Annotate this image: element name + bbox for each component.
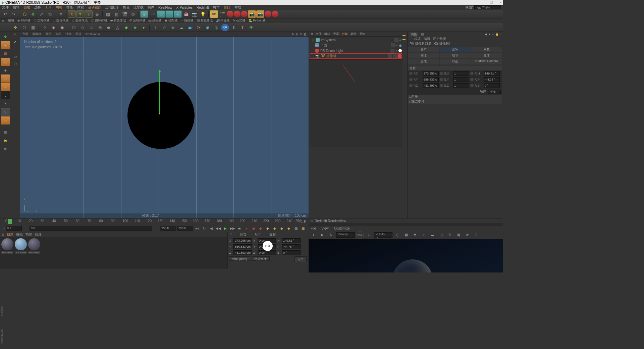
tb3-g1[interactable]: ◇: [160, 24, 168, 31]
arrow-icon[interactable]: ↖: [11, 33, 19, 40]
mode-move[interactable]: ✥: [1, 83, 10, 91]
menu-pipeline[interactable]: 流水线: [133, 5, 144, 10]
attr-mode[interactable]: 模式: [414, 37, 421, 41]
rs-play[interactable]: ▶: [319, 231, 326, 239]
section-quat[interactable]: ▸ 四元: [408, 95, 502, 99]
rs-rgb[interactable]: RGB: [356, 231, 364, 239]
menu-redshift[interactable]: Redshift: [197, 6, 209, 9]
z-axis-lock[interactable]: Z: [85, 10, 93, 18]
render-settings[interactable]: ⚙: [129, 10, 137, 18]
timeline[interactable]: 0 10 20 30 40 50 60 70 80 90 100 110 120…: [0, 218, 309, 225]
tab-coord[interactable]: 坐标: [440, 47, 471, 52]
field-cone[interactable]: △ 圆锥体域: [72, 18, 88, 23]
step-back[interactable]: ◀: [208, 225, 214, 231]
section-coord[interactable]: 坐标: [408, 66, 502, 70]
cp-z[interactable]: [233, 250, 252, 255]
tb3-p2[interactable]: ◈: [49, 24, 57, 31]
attr-new-icon[interactable]: ▫: [500, 33, 501, 36]
input-pz[interactable]: [423, 83, 439, 88]
uv-mode[interactable]: 🔒: [1, 136, 10, 144]
menu-xparticles[interactable]: X-Particles: [176, 6, 193, 9]
attr-up-icon[interactable]: ▲: [488, 33, 491, 36]
tab-spherical[interactable]: 球面: [440, 59, 471, 64]
key-pla[interactable]: ◆: [279, 225, 285, 231]
tb3-v1[interactable]: ◆: [122, 24, 130, 31]
menu-help[interactable]: 帮助: [234, 5, 241, 10]
obj-tags[interactable]: 标签: [351, 32, 357, 36]
section-freeze[interactable]: ▸ 冻结变换: [408, 99, 502, 104]
render-view[interactable]: ▦: [104, 10, 112, 18]
y-axis-lock[interactable]: Y: [76, 10, 84, 18]
obj-view[interactable]: 查看: [333, 32, 339, 36]
poly-icon[interactable]: ⬠: [11, 62, 19, 69]
loop[interactable]: ↻: [201, 225, 207, 231]
mat-function[interactable]: 功能: [25, 232, 32, 237]
key-param[interactable]: ◆: [286, 225, 292, 231]
tb3-c2[interactable]: ◇: [78, 24, 87, 31]
object-item[interactable]: ▬ 平面 ⬛✓◉: [310, 43, 402, 48]
cp-mode1[interactable]: 对象 (相对): [229, 256, 250, 261]
menu-plugins[interactable]: 插件: [148, 5, 154, 10]
tb3-c6[interactable]: △: [113, 24, 121, 31]
object-item[interactable]: RS Dome Light ⬛✓: [310, 48, 402, 53]
menu-motiontrack[interactable]: 运动跟踪: [88, 5, 101, 10]
rs-i4[interactable]: ○: [420, 231, 427, 239]
tb3-g3[interactable]: ☁: [177, 24, 185, 31]
cp-b[interactable]: [282, 250, 301, 255]
render-region[interactable]: ▥: [112, 10, 120, 18]
rs-auto-select[interactable]: < Auto >: [374, 232, 392, 238]
tb3-qr[interactable]: QR: [221, 24, 229, 31]
scale-tool[interactable]: ⤢: [37, 10, 45, 18]
cp-h[interactable]: [282, 238, 301, 243]
field-formula[interactable]: fx 公式域: [233, 18, 245, 23]
rs-render1[interactable]: [227, 11, 233, 17]
render-output[interactable]: 微信公众号：野鹿志 微博：野鹿志 作者：马鹿野郎 (2.10s): [309, 239, 503, 272]
goto-end[interactable]: ⏭: [236, 225, 243, 231]
tab-stereo[interactable]: 立体: [471, 53, 502, 58]
close-button[interactable]: ✕: [499, 1, 502, 4]
vp-nav4[interactable]: ▦: [304, 33, 307, 36]
minimize-button[interactable]: —: [481, 1, 484, 4]
field-sound[interactable]: 🔊 声音域: [216, 18, 230, 23]
tb3-c3[interactable]: ⬭: [87, 24, 95, 31]
rs-render2[interactable]: [234, 11, 240, 17]
timeline-current[interactable]: [30, 226, 152, 231]
tb3-fx[interactable]: fx: [195, 24, 203, 31]
attr-prev-icon[interactable]: ◀: [485, 33, 487, 36]
play-back[interactable]: ◀◀: [215, 225, 221, 231]
step-fwd[interactable]: ▶▶: [229, 225, 235, 231]
rs-camera2[interactable]: 📷: [256, 10, 264, 18]
cp-y[interactable]: [233, 244, 252, 249]
field-torus[interactable]: ◎ 圆环体域: [91, 18, 107, 23]
menu-character[interactable]: 角色: [123, 5, 129, 10]
add-field[interactable]: ◈: [174, 10, 182, 18]
vp-filter[interactable]: 过滤: [65, 32, 71, 36]
timeline-start[interactable]: [6, 226, 22, 231]
redo-button[interactable]: ↷: [9, 10, 17, 18]
tb3-i3[interactable]: 👁: [247, 24, 255, 31]
sort-dropdown[interactable]: HPB: [488, 90, 501, 94]
field-radial[interactable]: ◉ 径向域: [165, 18, 177, 23]
rs-file[interactable]: File: [311, 227, 316, 230]
mode-normal[interactable]: ↗: [1, 116, 10, 124]
object-item[interactable]: ⊞ ◉ xpSystem ⬛✓: [310, 37, 402, 43]
attr-tab-layer[interactable]: 层: [421, 32, 424, 37]
vp-nav2[interactable]: ⊕: [296, 33, 298, 36]
tb3-w2[interactable]: ◎: [212, 24, 220, 31]
playhead[interactable]: [8, 219, 12, 224]
lasso-icon[interactable]: 〰: [11, 47, 19, 55]
render-picture[interactable]: 🎬: [121, 10, 129, 18]
add-deformer[interactable]: ▫: [165, 10, 173, 18]
field-delay[interactable]: ⏱ 延时体域: [129, 18, 145, 23]
rs-i9[interactable]: ⟳: [464, 231, 471, 239]
vp-nav3[interactable]: ⟲: [300, 33, 302, 36]
tb3-i2[interactable]: ⬆: [238, 24, 247, 31]
goto-start[interactable]: ⏮: [194, 225, 200, 231]
add-environment[interactable]: 🏔: [182, 10, 190, 18]
viewport-content[interactable]: Number of emitters: 2 Total live particl…: [20, 37, 309, 218]
play[interactable]: ▶: [222, 225, 228, 231]
add-spline[interactable]: 〰: [149, 10, 157, 18]
object-item-selected[interactable]: 📷 RS 摄像机 ⬛⬛: [310, 53, 402, 59]
vp-nav1[interactable]: ✥: [291, 33, 294, 36]
maximize-button[interactable]: ❐: [490, 1, 493, 4]
